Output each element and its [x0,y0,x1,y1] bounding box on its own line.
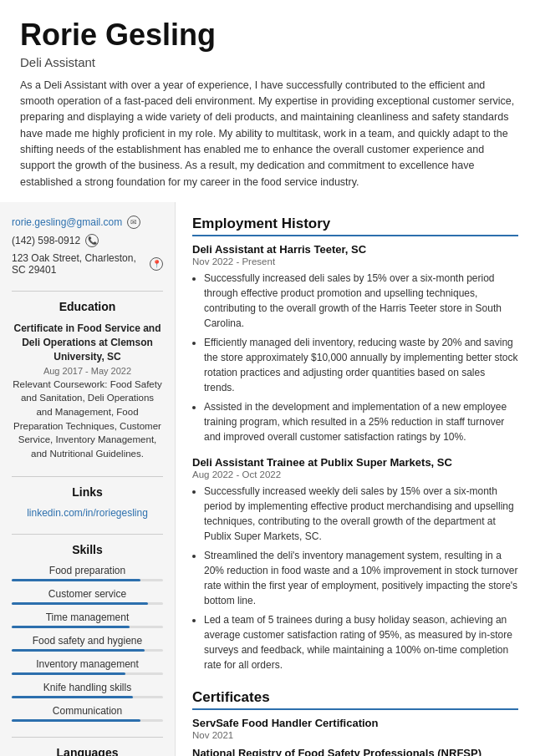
skills-list: Food preparation Customer service Time m… [12,565,163,722]
candidate-summary: As a Deli Assistant with over a year of … [20,78,515,191]
phone-icon: 📞 [85,234,99,247]
skill-item: Customer service [12,588,163,605]
certs-list: ServSafe Food Handler Certification Nov … [192,717,518,756]
skill-label: Time management [12,611,163,623]
skill-bar-fill [12,626,130,628]
skill-item: Knife handling skills [12,682,163,698]
edu-dates: Aug 2017 - May 2022 [12,366,163,376]
divider-3 [12,534,163,535]
employment-section-title: Employment History [192,216,518,236]
job-bullets: Successfully increased deli sales by 15%… [192,271,518,444]
candidate-name: Rorie Gesling [20,18,515,52]
email-icon: ✉ [127,216,140,229]
job-dates: Nov 2022 - Present [192,256,518,266]
skill-label: Knife handling skills [12,682,163,693]
skill-bar-fill [12,696,133,698]
skill-item: Time management [12,611,163,628]
education-entry: Certificate in Food Service and Deli Ope… [12,322,163,460]
languages-section: Languages [12,746,163,756]
skill-label: Inventory management [12,658,163,670]
languages-title: Languages [12,746,163,756]
skill-bar-bg [12,672,163,675]
skill-bar-fill [12,719,140,722]
job-bullet: Successfully increased weekly deli sales… [204,484,518,544]
cert-title: ServSafe Food Handler Certification [192,717,518,729]
skill-bar-bg [12,626,163,628]
skills-title: Skills [12,543,163,556]
skill-item: Food preparation [12,565,163,581]
phone-text: (142) 598-0912 [12,235,80,246]
education-section: Education Certificate in Food Service an… [12,300,163,460]
skill-label: Food preparation [12,565,163,576]
links-title: Links [12,485,163,499]
employment-section: Employment History Deli Assistant at Har… [192,216,518,672]
skill-bar-fill [12,579,140,581]
cert-entry: National Registry of Food Safety Profess… [192,747,518,756]
email-item: rorie.gesling@gmail.com ✉ [12,216,163,229]
skill-item: Food safety and hygiene [12,635,163,652]
skill-label: Food safety and hygiene [12,635,163,647]
links-section: Links linkedin.com/in/roriegesling [12,485,163,519]
skill-bar-bg [12,579,163,581]
skill-bar-bg [12,719,163,722]
cert-title: National Registry of Food Safety Profess… [192,747,518,756]
divider-4 [12,737,163,738]
skill-bar-fill [12,602,148,605]
job-bullet: Efficiently managed deli inventory, redu… [204,335,518,395]
education-title: Education [12,300,163,313]
resume-wrapper: Rorie Gesling Deli Assistant As a Deli A… [0,0,535,756]
skill-bar-fill [12,672,125,675]
job-dates: Aug 2022 - Oct 2022 [192,469,518,479]
skill-bar-fill [12,649,145,652]
body-columns: rorie.gesling@gmail.com ✉ (142) 598-0912… [0,202,535,756]
job-title-line: Deli Assistant at Harris Teeter, SC [192,243,518,256]
coursework-content: Food Safety and Sanitation, Deli Operati… [13,379,162,459]
coursework-label: Relevant Coursework: [13,379,107,389]
certificates-section: Certificates ServSafe Food Handler Certi… [192,689,518,756]
job-entry: Deli Assistant Trainee at Publix Super M… [192,456,518,672]
job-bullet: Assisted in the development and implemen… [204,399,518,444]
skill-bar-bg [12,696,163,698]
divider-1 [12,291,163,292]
divider-2 [12,476,163,477]
skill-bar-bg [12,602,163,605]
job-entry: Deli Assistant at Harris Teeter, SC Nov … [192,243,518,444]
email-link[interactable]: rorie.gesling@gmail.com [12,216,122,228]
jobs-list: Deli Assistant at Harris Teeter, SC Nov … [192,243,518,672]
address-text: 123 Oak Street, Charleston, SC 29401 [12,252,145,276]
linkedin-link[interactable]: linkedin.com/in/roriegesling [12,507,163,519]
cert-date: Nov 2021 [192,730,518,740]
coursework-text: Relevant Coursework: Food Safety and San… [12,378,163,461]
job-title-line: Deli Assistant Trainee at Publix Super M… [192,456,518,469]
candidate-job-title: Deli Assistant [20,55,515,69]
contact-section: rorie.gesling@gmail.com ✉ (142) 598-0912… [12,216,163,276]
job-bullet: Streamlined the deli's inventory managem… [204,548,518,608]
phone-item: (142) 598-0912 📞 [12,234,163,247]
skill-item: Inventory management [12,658,163,675]
degree-name: Certificate in Food Service and Deli Ope… [12,322,163,363]
skill-label: Communication [12,705,163,717]
job-bullets: Successfully increased weekly deli sales… [192,484,518,672]
sidebar: rorie.gesling@gmail.com ✉ (142) 598-0912… [0,202,176,756]
job-bullet: Successfully increased deli sales by 15%… [204,271,518,331]
location-icon: 📍 [150,257,163,271]
address-item: 123 Oak Street, Charleston, SC 29401 📍 [12,252,163,276]
skill-item: Communication [12,705,163,722]
cert-entry: ServSafe Food Handler Certification Nov … [192,717,518,740]
certificates-section-title: Certificates [192,689,518,710]
job-bullet: Led a team of 5 trainees during a busy h… [204,612,518,672]
main-content: Employment History Deli Assistant at Har… [176,202,535,756]
resume-header: Rorie Gesling Deli Assistant As a Deli A… [0,0,535,202]
skill-label: Customer service [12,588,163,600]
skill-bar-bg [12,649,163,652]
skills-section: Skills Food preparation Customer service… [12,543,163,722]
